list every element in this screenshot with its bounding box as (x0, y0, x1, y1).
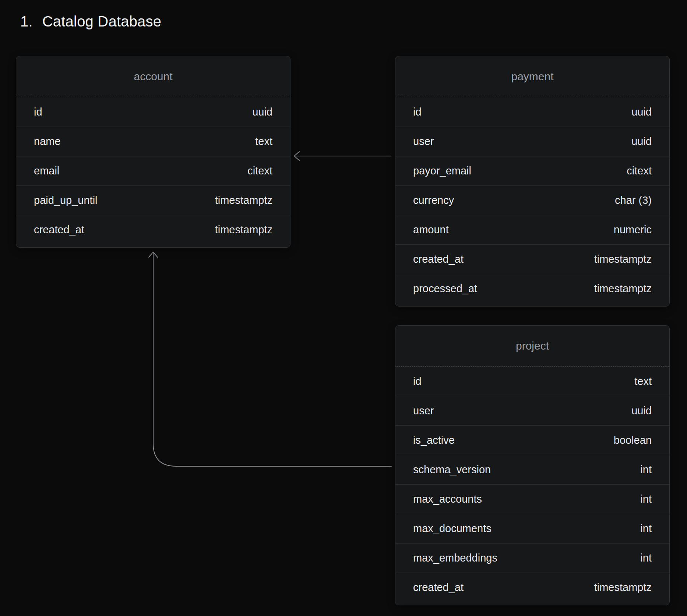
field-type: int (640, 552, 652, 564)
field-name: id (413, 375, 422, 387)
table-account-rows: id uuid name text email citext paid_up_u… (16, 97, 290, 244)
table-row: max_embeddings int (395, 543, 669, 573)
table-payment-header: payment (395, 56, 669, 97)
table-account-header: account (16, 56, 290, 97)
field-name: user (413, 405, 434, 417)
field-type: uuid (631, 135, 652, 148)
table-row: is_active boolean (395, 425, 669, 455)
field-name: name (34, 135, 61, 148)
field-type: boolean (614, 434, 652, 446)
field-name: id (413, 106, 422, 118)
table-row: amount numeric (395, 215, 669, 244)
table-row: email citext (16, 156, 290, 185)
table-row: created_at timestamptz (395, 244, 669, 274)
field-type: timestamptz (594, 581, 652, 594)
page-title-text: Catalog Database (42, 13, 161, 30)
table-row: created_at timestamptz (16, 215, 290, 244)
field-type: timestamptz (215, 194, 272, 206)
field-name: currency (413, 194, 454, 206)
table-row: paid_up_until timestamptz (16, 185, 290, 215)
field-name: id (34, 106, 42, 118)
table-payment-title: payment (511, 70, 553, 83)
table-project[interactable]: project id text user uuid is_active bool… (395, 325, 670, 605)
field-type: citext (627, 165, 652, 177)
page-title-number: 1. (20, 13, 33, 30)
table-payment[interactable]: payment id uuid user uuid payor_email ci… (395, 56, 670, 307)
field-type: int (640, 493, 652, 505)
table-row: user uuid (395, 396, 669, 425)
table-row: schema_version int (395, 455, 669, 484)
field-type: uuid (252, 106, 272, 118)
table-account[interactable]: account id uuid name text email citext p… (16, 56, 290, 248)
diagram-canvas: 1. Catalog Database account id uuid name… (0, 0, 687, 616)
table-row: id text (395, 367, 669, 396)
field-name: paid_up_until (34, 194, 98, 206)
table-row: created_at timestamptz (395, 573, 669, 602)
field-name: processed_at (413, 283, 477, 295)
field-type: uuid (631, 106, 652, 118)
table-project-title: project (516, 340, 549, 352)
table-row: max_accounts int (395, 484, 669, 514)
table-row: name text (16, 127, 290, 156)
field-name: max_documents (413, 523, 492, 535)
table-row: max_documents int (395, 514, 669, 543)
table-row: currency char (3) (395, 185, 669, 215)
field-name: schema_version (413, 464, 491, 476)
field-name: email (34, 165, 59, 177)
field-name: is_active (413, 434, 455, 446)
field-name: user (413, 135, 434, 148)
field-name: max_accounts (413, 493, 482, 505)
table-project-header: project (395, 326, 669, 367)
page-title: 1. Catalog Database (20, 13, 161, 30)
field-type: citext (247, 165, 272, 177)
field-type: text (634, 375, 652, 387)
field-type: char (3) (615, 194, 652, 206)
table-row: user uuid (395, 127, 669, 156)
relation-project-account-line (149, 252, 391, 466)
field-name: amount (413, 224, 449, 236)
table-account-title: account (134, 70, 172, 83)
table-row: id uuid (16, 97, 290, 127)
table-payment-rows: id uuid user uuid payor_email citext cur… (395, 97, 669, 303)
field-type: uuid (631, 405, 652, 417)
table-row: payor_email citext (395, 156, 669, 185)
table-row: processed_at timestamptz (395, 274, 669, 303)
field-type: int (640, 464, 652, 476)
field-name: max_embeddings (413, 552, 497, 564)
field-name: created_at (413, 253, 464, 265)
table-project-rows: id text user uuid is_active boolean sche… (395, 367, 669, 602)
field-name: created_at (34, 224, 84, 236)
field-name: created_at (413, 581, 464, 594)
field-type: numeric (614, 224, 652, 236)
field-type: int (640, 523, 652, 535)
relation-payment-account-line (294, 152, 391, 160)
field-type: timestamptz (594, 283, 652, 295)
field-name: payor_email (413, 165, 471, 177)
table-row: id uuid (395, 97, 669, 127)
field-type: timestamptz (594, 253, 652, 265)
field-type: timestamptz (215, 224, 272, 236)
field-type: text (255, 135, 272, 148)
